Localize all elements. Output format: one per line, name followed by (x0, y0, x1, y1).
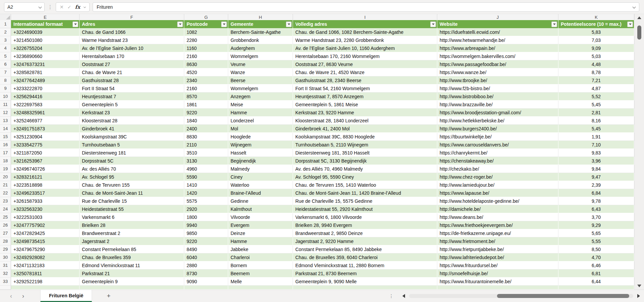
cell-score[interactable]: 7,21 (558, 76, 634, 84)
row-number[interactable]: 23 (0, 197, 11, 205)
filter-icon[interactable] (430, 21, 436, 27)
insert-function-icon[interactable]: fx (75, 4, 80, 10)
cell-postcode[interactable]: 5590 (184, 173, 228, 181)
cell-address[interactable] (80, 286, 184, 290)
cell-full_address[interactable]: Gemeenteplein 5, 1861 Meise (293, 101, 437, 109)
cell-website[interactable]: http://www.bistrobiboo.be/ (437, 93, 558, 101)
cell-phone[interactable]: +32492928082 (11, 253, 80, 261)
cell-postcode[interactable]: 1861 (184, 101, 228, 109)
cell-postcode[interactable]: 2110 (184, 141, 228, 149)
scroll-up-icon[interactable] (635, 15, 644, 21)
cell-score[interactable]: 7,03 (558, 36, 634, 44)
cell-score[interactable] (558, 286, 634, 290)
chevron-down-icon[interactable] (84, 6, 86, 8)
cell-address[interactable]: Gasthuisstraat 28 (80, 76, 184, 84)
cell-full_address[interactable]: Heidestatiestraat 55, 2920 Kalmthout (293, 205, 437, 213)
row-number[interactable]: 7 (0, 68, 11, 76)
cell-address[interactable]: Gemeenteplein 9 (80, 278, 184, 286)
cell-postcode[interactable]: 3130 (184, 157, 228, 165)
cell-postcode[interactable]: 8830 (184, 133, 228, 141)
cell-address[interactable]: Herentalsebaan 170 (80, 52, 184, 60)
cell-website[interactable]: https://www.carrouseldanvers.be/ (437, 141, 558, 149)
cell-score[interactable]: 7,10 (558, 141, 634, 149)
vertical-scrollbar-thumb[interactable] (637, 25, 641, 40)
cell-full_address[interactable]: Warme Handstraat 23, 2280 Grobbendonk (293, 36, 437, 44)
row-number[interactable]: 32 (0, 269, 11, 278)
cell-score[interactable]: 9,83 (558, 149, 634, 157)
cell-municipality[interactable]: Beerse (228, 76, 293, 84)
scroll-down-icon[interactable] (635, 283, 644, 289)
cell-score[interactable]: 9,47 (558, 173, 634, 181)
cell-website[interactable]: https://www.broodjesstation-gmail.com/ (437, 109, 558, 117)
cell-phone[interactable]: +3232563230 (11, 205, 80, 213)
cell-website[interactable]: http://www.deans.be/ (437, 213, 558, 221)
cell-score[interactable]: 3,96 (558, 157, 634, 165)
cell-website[interactable]: http://www.lamiedujour.be/ (437, 181, 558, 189)
cell-phone[interactable]: +32479675290 (11, 245, 80, 253)
cell-full_address[interactable]: Turnhoutsebaan 5, 2110 Wijnegem (293, 141, 437, 149)
cell-municipality[interactable]: Hamme (228, 237, 293, 245)
cell-full_address[interactable]: Varkensmarkt 6, 1800 Vilvoorde (293, 213, 437, 221)
cell-score[interactable]: 9,09 (558, 44, 634, 52)
cell-website[interactable]: http://www.burgers2400.be/ (437, 125, 558, 133)
cell-address[interactable]: Kloosterstraat 28 (80, 117, 184, 125)
cell-full_address[interactable]: Gemeenteplein 9, 9090 Melle (293, 278, 437, 286)
cell-website[interactable]: http://www.hetwarmehandje.be/ (437, 36, 558, 44)
cell-address[interactable]: Constant Permekelaan 85 (80, 245, 184, 253)
cell-phone[interactable]: +3250781811 (11, 269, 80, 278)
filter-icon[interactable] (286, 21, 292, 27)
cell-municipality[interactable]: Anzegem (228, 93, 293, 101)
cell-website[interactable]: http://www.brazzaville.be/ (437, 101, 558, 109)
header-cell-phone[interactable]: Internationaal formaat (11, 20, 80, 28)
cell-full_address[interactable]: Constant Permekelaan 85, 8490 Jabbeke (293, 245, 437, 253)
row-number[interactable]: 18 (0, 157, 11, 165)
cell-phone[interactable]: +3261587933 (11, 197, 80, 205)
cell-postcode[interactable]: 2920 (184, 205, 228, 213)
cell-postcode[interactable]: 9850 (184, 229, 228, 237)
cell-phone[interactable]: +32472829425 (11, 229, 80, 237)
cell-municipality[interactable]: Vilvoorde (228, 213, 293, 221)
cell-score[interactable]: 1,91 (558, 133, 634, 141)
cell-score[interactable]: 5,83 (558, 28, 634, 36)
cell-municipality[interactable]: Deinze (228, 229, 293, 237)
row-number[interactable]: 22 (0, 189, 11, 197)
row-number[interactable]: 3 (0, 36, 11, 44)
name-box[interactable]: A2 (4, 2, 45, 12)
formula-input[interactable]: Frituren (93, 2, 639, 12)
cell-score[interactable]: 6,81 (558, 269, 634, 278)
cell-phone[interactable]: +3222531003 (11, 213, 80, 221)
cell-phone[interactable]: +3211872050 (11, 149, 80, 157)
cell-website[interactable]: http://damichele.be/ (437, 205, 558, 213)
row-number[interactable]: 8 (0, 76, 11, 84)
cell-municipality[interactable]: Malmedy (228, 165, 293, 173)
cell-postcode[interactable]: 2160 (184, 52, 228, 60)
cell-phone[interactable]: +3236890660 (11, 52, 80, 60)
cell-score[interactable]: 8,16 (558, 117, 634, 125)
cell-address[interactable]: Varkensmarkt 6 (80, 213, 184, 221)
cell-address[interactable]: Koolskampstraat 39C (80, 133, 184, 141)
row-number[interactable]: 14 (0, 125, 11, 133)
cell-website[interactable]: http://www.hetlekkerbekske.be/ (437, 117, 558, 125)
cell-address[interactable]: Chau. de Bruxelles 359 (80, 253, 184, 261)
cell-address[interactable]: Av. de l’Eglise Saint-Julien 10 (80, 44, 184, 52)
cell-score[interactable]: 6,43 (558, 205, 634, 213)
cell-postcode[interactable]: 2280 (184, 36, 228, 44)
cell-municipality[interactable] (228, 286, 293, 290)
cell-address[interactable]: Dorpsstraat 5C (80, 157, 184, 165)
enter-icon[interactable]: ✓ (67, 4, 71, 10)
cell-full_address[interactable]: Av. Schlogel 95, 5590 Ciney (293, 173, 437, 181)
cell-municipality[interactable]: Meise (228, 101, 293, 109)
filter-icon[interactable] (551, 21, 557, 27)
cell-website[interactable]: https://www.frituurantoinemelle.be/ (437, 278, 558, 286)
row-number[interactable]: 5 (0, 52, 11, 60)
cell-municipality[interactable]: Berchem-Sainte-Agathe (228, 28, 293, 36)
cell-municipality[interactable]: Veurne (228, 60, 293, 68)
cancel-icon[interactable]: ✕ (60, 4, 64, 10)
cell-address[interactable]: Av. des Alliés 70 (80, 165, 184, 173)
cell-address[interactable]: Edmond Vleminckxstraat 11 (80, 261, 184, 269)
cell-full_address[interactable]: Chau. de Gand 1066, 1082 Berchem-Sainte-… (293, 28, 437, 36)
cell-website[interactable] (437, 286, 558, 290)
cell-phone[interactable]: +32476373231 (11, 60, 80, 68)
horizontal-scrollbar[interactable] (409, 294, 633, 298)
cell-address[interactable]: Kerkstraat 23 (80, 109, 184, 117)
